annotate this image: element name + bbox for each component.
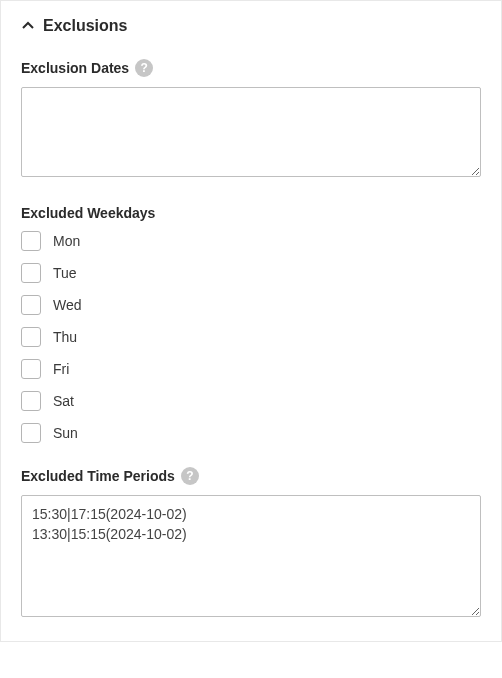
panel-header[interactable]: Exclusions	[21, 17, 481, 35]
panel-title: Exclusions	[43, 17, 127, 35]
weekday-row-sat[interactable]: Sat	[21, 391, 481, 411]
checkbox-fri[interactable]	[21, 359, 41, 379]
weekday-checklist: Mon Tue Wed Thu Fri Sat	[21, 231, 481, 443]
chevron-up-icon	[21, 19, 35, 33]
checkbox-sat[interactable]	[21, 391, 41, 411]
weekday-row-sun[interactable]: Sun	[21, 423, 481, 443]
checkbox-label: Wed	[53, 297, 82, 313]
checkbox-tue[interactable]	[21, 263, 41, 283]
checkbox-sun[interactable]	[21, 423, 41, 443]
field-label-row: Excluded Time Periods ?	[21, 467, 481, 485]
checkbox-wed[interactable]	[21, 295, 41, 315]
checkbox-label: Fri	[53, 361, 69, 377]
exclusions-panel: Exclusions Exclusion Dates ? Excluded We…	[0, 0, 502, 642]
exclusion-dates-input[interactable]	[21, 87, 481, 177]
help-icon[interactable]: ?	[181, 467, 199, 485]
checkbox-label: Sun	[53, 425, 78, 441]
checkbox-label: Mon	[53, 233, 80, 249]
weekday-row-mon[interactable]: Mon	[21, 231, 481, 251]
excluded-time-periods-field: Excluded Time Periods ?	[21, 467, 481, 621]
checkbox-label: Tue	[53, 265, 77, 281]
exclusion-dates-field: Exclusion Dates ?	[21, 59, 481, 181]
excluded-weekdays-label: Excluded Weekdays	[21, 205, 155, 221]
weekday-row-thu[interactable]: Thu	[21, 327, 481, 347]
weekday-row-tue[interactable]: Tue	[21, 263, 481, 283]
field-label-row: Exclusion Dates ?	[21, 59, 481, 77]
weekday-row-fri[interactable]: Fri	[21, 359, 481, 379]
excluded-time-periods-input[interactable]	[21, 495, 481, 617]
weekday-row-wed[interactable]: Wed	[21, 295, 481, 315]
excluded-time-periods-label: Excluded Time Periods	[21, 468, 175, 484]
checkbox-mon[interactable]	[21, 231, 41, 251]
checkbox-thu[interactable]	[21, 327, 41, 347]
help-icon[interactable]: ?	[135, 59, 153, 77]
checkbox-label: Thu	[53, 329, 77, 345]
checkbox-label: Sat	[53, 393, 74, 409]
excluded-weekdays-field: Excluded Weekdays Mon Tue Wed Thu Fri	[21, 205, 481, 443]
exclusion-dates-label: Exclusion Dates	[21, 60, 129, 76]
field-label-row: Excluded Weekdays	[21, 205, 481, 221]
